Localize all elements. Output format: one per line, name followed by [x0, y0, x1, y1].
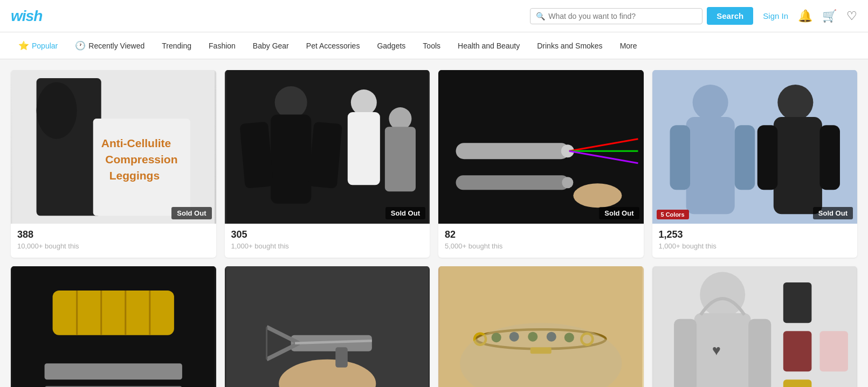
product-price-leggings: 388 [17, 229, 210, 240]
search-button[interactable]: Search [707, 7, 753, 25]
svg-rect-40 [45, 364, 182, 380]
product-price-jacket: 1,253 [659, 229, 851, 240]
product-card-laser[interactable]: Sold Out825,000+ bought this [438, 70, 644, 258]
svg-rect-28 [670, 125, 690, 190]
product-info-turtleneck: 3051,000+ bought this [225, 224, 430, 258]
product-info-laser: 825,000+ bought this [438, 224, 644, 258]
svg-rect-33 [819, 125, 840, 190]
svg-rect-32 [757, 125, 777, 190]
notification-icon[interactable]: 🔔 [798, 9, 812, 23]
nav-item-tools[interactable]: Tools [415, 38, 448, 53]
nav-item-health-beauty[interactable]: Health and Beauty [450, 38, 527, 53]
svg-rect-65 [674, 319, 697, 387]
wishlist-icon[interactable]: ♡ [846, 9, 857, 23]
svg-rect-69 [783, 331, 811, 372]
svg-point-26 [692, 85, 728, 120]
product-card-jacket[interactable]: 5 ColorsSold Out1,2531,000+ bought this [652, 70, 858, 258]
svg-point-14 [389, 107, 411, 130]
svg-rect-49 [335, 348, 348, 368]
popular-icon: ⭐ [18, 40, 29, 51]
header: wish 🔍 Search Sign In 🔔 🛒 ♡ [0, 0, 868, 32]
nav-label-fashion: Fashion [209, 42, 236, 50]
product-sold-jacket: 1,000+ bought this [659, 242, 851, 250]
product-card-grillz[interactable]: Sold Out [11, 266, 216, 387]
product-sold-laser: 5,000+ bought this [445, 242, 637, 250]
sold-out-badge-leggings: Sold Out [171, 207, 211, 219]
nav-label-tools: Tools [423, 42, 440, 50]
nav-label-baby-gear: Baby Gear [253, 42, 289, 50]
nav-item-baby-gear[interactable]: Baby Gear [245, 38, 297, 53]
svg-rect-70 [783, 380, 811, 387]
svg-rect-27 [686, 117, 734, 214]
nav-label-recently-viewed: Recently Viewed [88, 42, 144, 50]
svg-rect-22 [456, 175, 569, 190]
search-input[interactable] [548, 12, 697, 20]
search-icon: 🔍 [536, 12, 545, 20]
nav-item-trending[interactable]: Trending [154, 38, 199, 53]
svg-rect-35 [53, 291, 174, 335]
nav-item-fashion[interactable]: Fashion [201, 38, 243, 53]
main-content: Anti-Cellulite Compression Leggings Sold… [0, 59, 868, 387]
product-card-leggings[interactable]: Anti-Cellulite Compression Leggings Sold… [11, 70, 216, 258]
svg-rect-9 [271, 115, 311, 204]
nav-label-pet-accessories: Pet Accessories [306, 42, 360, 50]
svg-point-23 [562, 177, 573, 188]
product-card-bracelet[interactable]: Sold Out [438, 266, 644, 387]
svg-rect-3 [93, 119, 190, 216]
product-price-laser: 82 [445, 229, 637, 240]
product-image-bracelet: Sold Out [438, 266, 644, 387]
svg-text:♥: ♥ [712, 343, 720, 359]
svg-point-12 [350, 89, 376, 115]
product-card-turtleneck[interactable]: Sold Out3051,000+ bought this [225, 70, 430, 258]
nav-label-more: More [620, 42, 637, 50]
product-sold-turtleneck: 1,000+ bought this [231, 242, 424, 250]
product-image-hoodie: ♥ Sold Out [652, 266, 858, 387]
nav-item-gadgets[interactable]: Gadgets [369, 38, 413, 53]
nav-item-recently-viewed[interactable]: 🕐Recently Viewed [67, 37, 152, 54]
svg-point-30 [777, 85, 813, 120]
nav-label-health-beauty: Health and Beauty [458, 42, 520, 50]
svg-rect-71 [819, 331, 848, 372]
sign-in-link[interactable]: Sign In [763, 11, 788, 20]
sold-out-badge-laser: Sold Out [599, 207, 639, 219]
svg-point-63 [700, 272, 745, 317]
nav-label-popular: Popular [32, 42, 58, 50]
product-info-leggings: 38810,000+ bought this [11, 224, 216, 258]
product-image-grillz: Sold Out [11, 266, 216, 387]
product-image-crossbow: Sold Out [225, 266, 430, 387]
search-container: 🔍 Search [530, 7, 753, 25]
cart-icon[interactable]: 🛒 [822, 9, 837, 23]
header-icons: Sign In 🔔 🛒 ♡ [763, 9, 857, 23]
svg-rect-68 [783, 282, 811, 323]
product-card-hoodie[interactable]: ♥ Sold Out [652, 266, 858, 387]
product-image-jacket: 5 ColorsSold Out [652, 70, 858, 224]
product-image-laser: Sold Out [438, 70, 644, 224]
colors-badge-jacket: 5 Colors [657, 210, 689, 219]
nav-item-more[interactable]: More [612, 38, 645, 53]
product-price-turtleneck: 305 [231, 229, 424, 240]
product-grid: Anti-Cellulite Compression Leggings Sold… [11, 70, 857, 387]
recently-viewed-icon: 🕐 [75, 40, 86, 51]
svg-point-2 [37, 82, 77, 139]
svg-point-24 [573, 183, 622, 208]
nav-item-drinks-smokes[interactable]: Drinks and Smokes [529, 38, 610, 53]
nav-label-drinks-smokes: Drinks and Smokes [537, 42, 602, 50]
logo[interactable]: wish [11, 8, 42, 25]
svg-rect-31 [773, 117, 822, 214]
nav-item-pet-accessories[interactable]: Pet Accessories [299, 38, 368, 53]
nav-item-popular[interactable]: ⭐Popular [11, 37, 65, 54]
svg-text:Compression: Compression [105, 153, 177, 165]
svg-text:Leggings: Leggings [109, 169, 160, 182]
product-image-turtleneck: Sold Out [225, 70, 430, 224]
product-info-jacket: 1,2531,000+ bought this [652, 224, 858, 258]
sold-out-badge-jacket: Sold Out [813, 207, 853, 219]
svg-text:Anti-Cellulite: Anti-Cellulite [101, 137, 171, 149]
product-card-crossbow[interactable]: Sold Out [225, 266, 430, 387]
product-sold-leggings: 10,000+ bought this [17, 242, 210, 250]
svg-rect-15 [384, 127, 415, 191]
nav-label-trending: Trending [162, 42, 191, 50]
svg-rect-13 [347, 112, 380, 185]
product-image-leggings: Anti-Cellulite Compression Leggings Sold… [11, 70, 216, 224]
svg-rect-66 [748, 319, 771, 387]
nav: ⭐Popular🕐Recently ViewedTrendingFashionB… [0, 32, 868, 59]
